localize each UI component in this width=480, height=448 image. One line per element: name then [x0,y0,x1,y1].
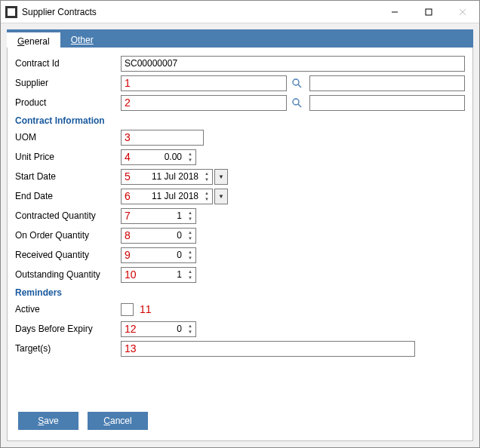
annotation-5: 5 [125,170,131,183]
chevron-down-icon: ▼ [186,235,195,242]
chevron-up-icon: ▲ [186,210,195,216]
annotation-4: 4 [125,151,131,163]
annotation-13: 13 [125,342,137,354]
product-input[interactable]: 2 [121,95,287,111]
chevron-down-icon: ▼ [186,157,195,164]
chevron-down-icon: ▼ [202,196,211,203]
tab-other[interactable]: Other [60,29,104,48]
uom-input[interactable]: 3 [121,130,204,146]
label-contracted-qty: Contracted Quantity [15,210,121,221]
search-icon [291,78,302,88]
window-frame: Supplier Contracts General Other Contrac… [0,0,480,448]
tab-strip: General Other [7,29,473,48]
days-before-expiry-input[interactable]: 12 0 ▲▼ [121,321,196,337]
annotation-10: 10 [125,268,137,281]
section-reminders: Reminders [15,287,465,298]
start-date-input[interactable]: 5 11 Jul 2018 ▲▼ [121,169,213,185]
window-body: General Other Contract Id SC00000007 Sup… [1,23,479,447]
label-product: Product [15,97,121,108]
product-display [309,95,465,111]
annotation-8: 8 [125,229,131,241]
received-qty-input[interactable]: 9 0 ▲▼ [121,247,196,263]
svg-line-5 [298,84,301,87]
contract-id-value: SC00000007 [125,58,177,69]
outstanding-qty-spinner[interactable]: ▲▼ [186,268,195,281]
tab-general[interactable]: General [7,31,60,48]
section-contract-information: Contract Information [15,115,465,126]
annotation-6: 6 [125,190,131,202]
chevron-up-icon: ▲ [186,229,195,236]
label-start-date: Start Date [15,171,121,182]
end-date-dropdown[interactable]: ▼ [214,189,228,204]
unit-price-input[interactable]: 4 0.00 ▲▼ [121,149,196,165]
annotation-9: 9 [125,249,131,261]
tab-general-label: eneral [24,36,49,47]
contract-id-input[interactable]: SC00000007 [121,56,465,72]
svg-point-6 [293,99,299,105]
chevron-up-icon: ▲ [186,151,195,158]
annotation-3: 3 [125,131,131,143]
end-date-spinner[interactable]: ▲▼ [202,190,211,203]
annotation-11: 11 [140,303,152,315]
label-days-before-expiry: Days Before Expiry [15,324,121,334]
annotation-1: 1 [125,77,131,89]
label-outstanding-qty: Outstanding Quantity [15,269,121,280]
maximize-button[interactable] [411,1,445,23]
chevron-down-icon: ▼ [186,216,195,222]
svg-line-7 [298,104,301,107]
svg-rect-1 [426,9,432,15]
days-before-expiry-spinner[interactable]: ▲▼ [186,323,195,336]
tab-other-label: Other [71,35,94,45]
close-button[interactable] [445,1,479,23]
chevron-up-icon: ▲ [186,249,195,256]
end-date-value: 11 Jul 2018 [152,191,209,201]
label-targets: Target(s) [15,343,121,354]
supplier-lookup-button[interactable] [288,75,305,91]
product-lookup-button[interactable] [288,95,305,111]
chevron-up-icon: ▲ [202,170,211,177]
outstanding-qty-input[interactable]: 10 1 ▲▼ [121,267,196,283]
label-on-order-qty: On Order Quantity [15,230,121,241]
active-checkbox[interactable] [121,303,134,316]
start-date-dropdown[interactable]: ▼ [214,169,228,185]
label-supplier: Supplier [15,78,121,88]
chevron-up-icon: ▲ [202,190,211,197]
received-qty-spinner[interactable]: ▲▼ [186,249,195,262]
chevron-up-icon: ▲ [186,323,195,330]
start-date-spinner[interactable]: ▲▼ [202,170,211,183]
chevron-down-icon: ▼ [186,275,195,281]
end-date-input[interactable]: 6 11 Jul 2018 ▲▼ [121,189,213,204]
label-contract-id: Contract Id [15,58,121,69]
cancel-button[interactable]: Cancel [88,412,148,430]
targets-input[interactable]: 13 [121,341,415,357]
contracted-qty-input[interactable]: 7 1 ▲▼ [121,208,196,224]
label-uom: UOM [15,132,121,143]
tab-panel-general: Contract Id SC00000007 Supplier 1 Produc… [7,48,473,441]
annotation-12: 12 [125,323,137,335]
window-title: Supplier Contracts [22,7,97,17]
on-order-qty-input[interactable]: 8 0 ▲▼ [121,228,196,244]
save-button[interactable]: Save [18,412,78,430]
start-date-value: 11 Jul 2018 [152,171,209,182]
supplier-display [309,75,465,91]
app-icon [5,6,17,18]
contracted-qty-spinner[interactable]: ▲▼ [186,210,195,222]
label-end-date: End Date [15,191,121,201]
chevron-down-icon: ▼ [202,176,211,183]
search-icon [291,97,302,108]
chevron-up-icon: ▲ [186,268,195,275]
annotation-2: 2 [125,97,131,109]
label-unit-price: Unit Price [15,152,121,162]
chevron-down-icon: ▼ [186,255,195,262]
unit-price-spinner[interactable]: ▲▼ [186,151,195,164]
supplier-input[interactable]: 1 [121,75,287,91]
annotation-7: 7 [125,210,131,222]
label-received-qty: Received Quantity [15,250,121,260]
svg-point-4 [293,79,299,85]
titlebar: Supplier Contracts [1,1,479,23]
on-order-qty-spinner[interactable]: ▲▼ [186,229,195,242]
label-active: Active [15,304,121,315]
chevron-down-icon: ▼ [186,329,195,336]
minimize-button[interactable] [377,1,411,23]
